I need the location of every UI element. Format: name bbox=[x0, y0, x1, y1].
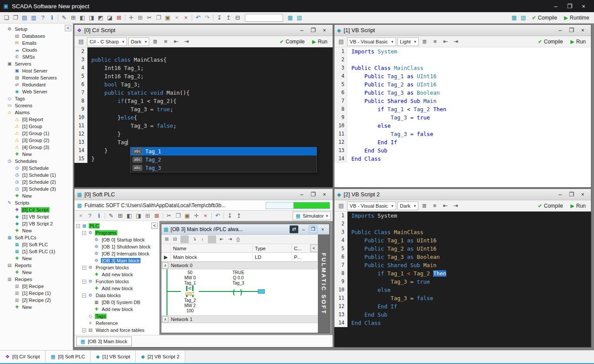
code-line[interactable]: 11 Tag_3 = false bbox=[334, 130, 591, 138]
code-line[interactable]: 3public class MainClass{ bbox=[74, 56, 333, 64]
import-up-icon[interactable]: ↥ bbox=[224, 13, 233, 22]
sidebar-tree-item[interactable]: ⚙ Setup bbox=[0, 26, 73, 33]
tree-expander[interactable] bbox=[88, 287, 92, 291]
compile-button[interactable]: ✔ Compile bbox=[529, 15, 560, 21]
selection-handle[interactable] bbox=[258, 289, 265, 294]
table-insert-icon[interactable]: ⊞ bbox=[136, 13, 145, 22]
code-line[interactable]: 3Public Class MainClass bbox=[334, 64, 591, 72]
sidebar-collapse-button[interactable]: < bbox=[65, 25, 71, 31]
sidebar-tree-item[interactable]: ⇄ Redundant bbox=[0, 81, 73, 88]
delete-gray-icon[interactable]: × bbox=[172, 13, 181, 22]
sidebar-tree-item[interactable]: ⚠ [0] Report bbox=[0, 116, 73, 123]
move-icon[interactable]: ✛ bbox=[127, 13, 136, 22]
branch-up-icon[interactable]: ↑ bbox=[198, 235, 207, 243]
info-icon[interactable]: ℹ bbox=[47, 13, 57, 22]
save-all-icon[interactable]: ▥ bbox=[29, 13, 38, 22]
image-icon[interactable]: ▦ bbox=[510, 13, 519, 22]
table-delete-icon[interactable]: ⊠ bbox=[152, 212, 161, 220]
move-icon[interactable]: ✛ bbox=[192, 212, 201, 220]
save-icon[interactable]: ▤ bbox=[20, 13, 29, 22]
panel-bottom-icon[interactable]: ◪ bbox=[105, 13, 114, 22]
close-button[interactable]: × bbox=[577, 3, 591, 10]
comparator-type[interactable]: UINT bbox=[181, 291, 199, 295]
tree-expander[interactable]: − bbox=[82, 280, 86, 284]
autocomplete-item[interactable]: abc Tag_1 bbox=[130, 147, 317, 156]
tree-expander[interactable] bbox=[88, 259, 92, 263]
panel-left-icon[interactable]: ◧ bbox=[78, 13, 87, 22]
code-line[interactable]: 6 Public Tag_3 as Boolean bbox=[334, 89, 591, 97]
code-line[interactable]: 10 else bbox=[334, 122, 591, 130]
run-button[interactable]: ▶ Run bbox=[309, 39, 330, 45]
column-header-type[interactable]: Type bbox=[253, 244, 292, 252]
sidebar-tree-item[interactable]: ✉ Emails bbox=[0, 40, 73, 46]
restore-button[interactable]: ❐ bbox=[563, 3, 577, 10]
toolbar-text-input[interactable] bbox=[245, 14, 283, 22]
panel-right-icon[interactable]: ◨ bbox=[134, 212, 143, 220]
format-icon[interactable]: ≡ bbox=[430, 37, 440, 46]
export-down-icon[interactable]: ↧ bbox=[215, 13, 224, 22]
close-button[interactable]: × bbox=[577, 191, 588, 198]
tree-expander[interactable] bbox=[88, 238, 92, 242]
sidebar-tree-item[interactable]: ◇ Tags bbox=[0, 95, 73, 102]
plc-tree-item[interactable]: ✚ Add new block bbox=[74, 285, 159, 292]
paste-icon[interactable]: ▣ bbox=[163, 13, 172, 22]
sidebar-tree-item[interactable]: ▭ Screens bbox=[0, 102, 73, 109]
plc-tree-item[interactable]: − ⚙ Function blocks bbox=[74, 278, 159, 285]
plc-tree-collapse-button[interactable]: < bbox=[151, 222, 158, 229]
restore-button[interactable]: ❐ bbox=[307, 27, 319, 33]
panel-top-icon[interactable]: ◩ bbox=[96, 13, 105, 22]
minimize-button[interactable]: – bbox=[296, 27, 307, 33]
sidebar-tree-item[interactable]: ⚠ Alarms bbox=[0, 109, 73, 116]
code-line[interactable]: 2 bbox=[74, 47, 333, 56]
outdent-icon[interactable]: ⇤ bbox=[440, 202, 450, 210]
script-file-icon[interactable]: ▤ bbox=[77, 37, 86, 46]
plc-tree-item[interactable]: ✚ Add new block bbox=[74, 271, 159, 278]
vb-code-editor[interactable]: 1Imports System23Public Class MainClass4… bbox=[334, 47, 591, 187]
tree-expander[interactable] bbox=[88, 273, 92, 277]
format-icon[interactable]: ≣ bbox=[420, 37, 429, 46]
delete-icon[interactable]: × bbox=[201, 212, 210, 220]
code-line[interactable]: 12 End If bbox=[334, 302, 591, 311]
simulator-dropdown[interactable]: ▦ Simulator ▾ bbox=[293, 212, 331, 220]
code-line[interactable]: 7 public static void Main(){ bbox=[74, 89, 333, 97]
table-delete-icon[interactable]: ⊠ bbox=[114, 13, 123, 22]
code-line[interactable]: 4 Public Tag_1 as UInt16 bbox=[334, 236, 591, 245]
sidebar-tree-item[interactable]: ▥ Recipes bbox=[0, 276, 73, 283]
ob3-titlebar[interactable]: ▦ [OB 3] Main block //PLC alwa... ⇄ – ❐ … bbox=[161, 224, 329, 235]
plc-tree-item[interactable]: − ⚙ Programs bbox=[74, 229, 159, 236]
plc-tree-item[interactable]: ⚙ [OB 3] Main block bbox=[74, 257, 159, 264]
undo-icon[interactable]: ↶ bbox=[194, 13, 203, 22]
outdent-icon[interactable]: ⇤ bbox=[217, 235, 226, 243]
sidebar-tree-item[interactable]: ▥ [2] Recipe (2) bbox=[0, 297, 73, 304]
code-line[interactable]: 8 if(Tag_1 < Tag_2){ bbox=[74, 97, 333, 105]
panel-right-icon[interactable]: ◨ bbox=[87, 13, 96, 22]
tree-expander[interactable] bbox=[88, 252, 92, 256]
language-dropdown[interactable]: VB - Visual Basic ▾ bbox=[347, 202, 396, 210]
sidebar-tree-item[interactable]: ✚ New bbox=[0, 269, 73, 276]
script-file-icon[interactable]: ▤ bbox=[337, 202, 346, 210]
code-line[interactable]: 8 if Tag_1 < Tag_2 Then bbox=[334, 105, 591, 113]
indent-icon[interactable]: ⇥ bbox=[182, 37, 191, 46]
autocomplete-item[interactable]: abc Tag_3 bbox=[130, 164, 317, 172]
sidebar-tree-item[interactable]: ◆ [1] VB Script bbox=[0, 213, 73, 220]
document-tab[interactable]: ❖ [0] C# Script bbox=[0, 351, 46, 362]
csharp-window-titlebar[interactable]: ❖ [0] C# Script – ❐ × bbox=[74, 25, 333, 36]
tree-expander[interactable] bbox=[88, 245, 92, 249]
sidebar-tree-item[interactable]: ✎ Scripts bbox=[0, 199, 73, 206]
close-button[interactable]: × bbox=[319, 27, 330, 33]
csharp-code-editor[interactable]: abc Tag_1 abc Tag_2 abc Tag_3 23public c… bbox=[74, 47, 333, 187]
restore-button[interactable]: ❐ bbox=[309, 225, 317, 233]
format-icon[interactable]: ≡ bbox=[161, 37, 170, 46]
minimize-button[interactable]: – bbox=[296, 191, 307, 198]
grid-icon[interactable]: ⊞ bbox=[116, 212, 125, 220]
theme-dropdown[interactable]: Light ▾ bbox=[397, 37, 419, 46]
cut-icon[interactable]: ✂ bbox=[145, 13, 154, 22]
table-collapse-button[interactable]: < bbox=[310, 245, 317, 252]
code-line[interactable]: 4 Public Tag_1 as UInt16 bbox=[334, 72, 591, 80]
code-line[interactable]: 9 Tag_3 = true bbox=[334, 113, 591, 122]
minimize-button[interactable]: – bbox=[549, 3, 563, 10]
column-header-comment[interactable]: C... bbox=[292, 244, 310, 252]
plc-tree-item[interactable]: − ▦ PLC bbox=[74, 222, 159, 229]
compile-button[interactable]: ✔ Compile bbox=[535, 203, 566, 209]
tree-expander[interactable]: − bbox=[82, 294, 86, 298]
